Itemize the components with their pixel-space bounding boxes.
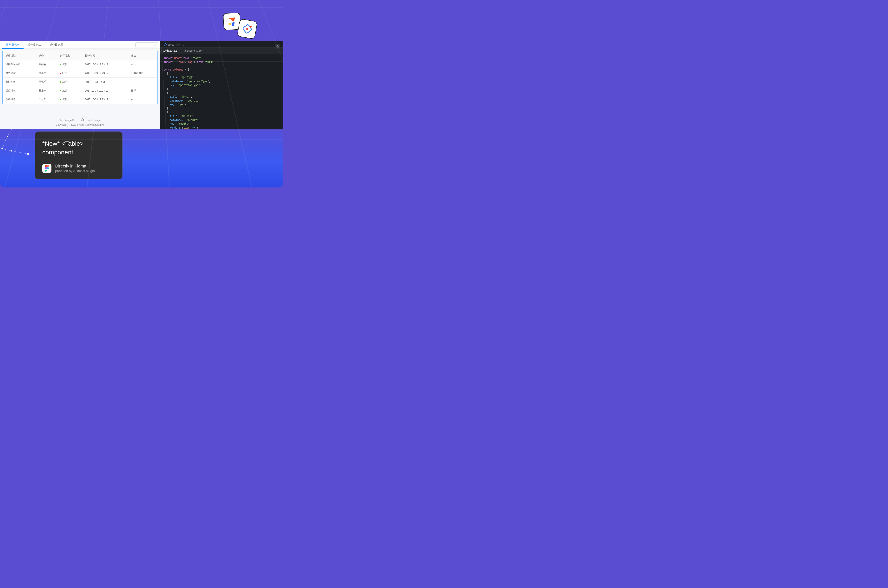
- tab-divider: [77, 41, 77, 48]
- github-link[interactable]: [81, 118, 84, 122]
- cell-type: 财务复审: [3, 69, 36, 78]
- cell-time: 2017-10-03 19:23:12: [82, 86, 128, 95]
- status-dot-icon: [60, 64, 61, 65]
- promo-row: Directly in Figma provided by Anima's pl…: [42, 164, 115, 173]
- promo-title: *New* <Table> component: [42, 139, 115, 157]
- log-table: 操作类型 操作人 执行结果 操作时间 备注 订购关系生效曲丽丽成功2017-10…: [3, 51, 158, 104]
- cell-note: –: [128, 60, 157, 69]
- cell-result: 成功: [57, 86, 82, 95]
- copyright-prefix: Copyright: [56, 123, 66, 126]
- svg-point-1: [165, 45, 166, 45]
- col-operator: 操作人: [36, 51, 57, 60]
- svg-point-12: [27, 153, 29, 155]
- search-input[interactable]: [137, 44, 154, 46]
- floating-icon-cards: [223, 13, 265, 44]
- status-dot-icon: [60, 73, 61, 74]
- promo-subtitle: Directly in Figma provided by Anima's pl…: [55, 164, 95, 173]
- svg-line-5: [2, 136, 7, 149]
- editor-tab-themeprovider[interactable]: ThemeProvider: [180, 48, 206, 54]
- anima-card: [223, 12, 241, 30]
- col-note: 备注: [128, 51, 157, 60]
- search-icon: [154, 44, 156, 46]
- col-time: 操作时间: [82, 51, 128, 60]
- cell-operator: 汗牙牙: [36, 95, 57, 104]
- svg-point-13: [47, 167, 49, 170]
- table-row[interactable]: 部门初审周毛毛成功2017-10-03 19:23:12–: [3, 78, 157, 86]
- cell-note: –: [128, 95, 157, 104]
- tab-log-1[interactable]: 操作日志一: [2, 41, 24, 49]
- status-dot-icon: [60, 90, 61, 92]
- cell-time: 2017-10-03 19:23:12: [82, 60, 128, 69]
- antd-pro-panel: 操作日志一 操作日志二 操作日志三 操作类型 操作人 执行结果 操作时间 备注 …: [0, 41, 160, 129]
- cell-result: 驳回: [57, 69, 82, 78]
- code-editor-panel: AntD.jsx ⌄ index.jsx ThemeProvider impor…: [160, 41, 283, 129]
- anima-icon: [227, 16, 237, 27]
- antd-logo-icon: [164, 43, 167, 46]
- status-dot-icon: [60, 81, 61, 82]
- table-row[interactable]: 订购关系生效曲丽丽成功2017-10-03 19:23:12–: [3, 60, 157, 69]
- svg-rect-16: [243, 24, 252, 34]
- code-area[interactable]: import React from "react"; import { Tabl…: [160, 54, 283, 129]
- cell-note: –: [128, 78, 157, 86]
- table-row[interactable]: 提交订单林东东成功2017-10-03 19:23:12很棒: [3, 86, 157, 95]
- editor-tab-index[interactable]: index.jsx: [160, 48, 180, 54]
- cell-time: 2017-10-03 19:23:12: [82, 95, 128, 104]
- editor-tabs: index.jsx ThemeProvider: [160, 48, 283, 54]
- copy-icon: [276, 45, 279, 48]
- copyright-icon: c: [67, 124, 70, 127]
- cell-operator: 林东东: [36, 86, 57, 95]
- copyright-year: 2020: [71, 123, 76, 126]
- table-header-row: 操作类型 操作人 执行结果 操作时间 备注: [3, 51, 157, 60]
- cell-type: 部门初审: [3, 78, 36, 86]
- promo-card: *New* <Table> component Directly in Figm…: [35, 132, 122, 179]
- cell-note: 不通过原因: [128, 69, 157, 78]
- svg-point-10: [2, 148, 3, 149]
- cell-time: 2017-10-03 19:23:12: [82, 78, 128, 86]
- selection-underline: [0, 129, 160, 129]
- cell-type: 提交订单: [3, 86, 36, 95]
- editor-filename: AntD.jsx: [168, 43, 181, 46]
- cell-result: 成功: [57, 95, 82, 104]
- figma-icon: [42, 164, 51, 173]
- cell-operator: 曲丽丽: [36, 60, 57, 69]
- cell-type: 创建订单: [3, 95, 36, 104]
- log-tabs-bar: 操作日志一 操作日志二 操作日志三: [0, 41, 160, 49]
- promo-sub-line1: Directly in Figma: [55, 164, 95, 168]
- svg-line-6: [2, 149, 12, 151]
- copyright-text: 蚂蚁金服体验技术部出品: [77, 123, 104, 126]
- chevron-down-icon[interactable]: ⌄: [183, 44, 184, 46]
- svg-point-9: [7, 136, 8, 137]
- svg-point-14: [228, 22, 232, 26]
- editor-titlebar: AntD.jsx ⌄: [160, 41, 283, 48]
- promo-sub-line2: provided by Anima's plugin: [55, 169, 95, 173]
- col-result: 执行结果: [57, 51, 82, 60]
- svg-point-17: [246, 28, 248, 30]
- github-icon: [81, 118, 84, 121]
- table-row[interactable]: 创建订单汗牙牙成功2017-10-03 19:23:12–: [3, 95, 157, 104]
- tab-log-2[interactable]: 操作日志二: [24, 41, 45, 49]
- status-dot-icon: [60, 99, 61, 100]
- tab-log-3[interactable]: 操作日志三: [45, 41, 67, 49]
- col-type: 操作类型: [3, 51, 36, 60]
- antd-card: [237, 18, 258, 39]
- cell-type: 订购关系生效: [3, 60, 36, 69]
- cell-result: 成功: [57, 60, 82, 69]
- svg-rect-18: [249, 26, 252, 28]
- footer-links: Ant Design Pro Ant Design: [0, 116, 160, 123]
- svg-point-11: [11, 150, 12, 152]
- cell-operator: 周毛毛: [36, 78, 57, 86]
- copy-button[interactable]: [275, 44, 280, 49]
- table-row[interactable]: 财务复审付小小驳回2017-10-03 19:23:12不通过原因: [3, 69, 157, 78]
- antd-icon: [241, 22, 253, 35]
- search-box[interactable]: [135, 42, 158, 48]
- footer-link-antd-pro[interactable]: Ant Design Pro: [59, 119, 76, 122]
- cell-result: 成功: [57, 78, 82, 86]
- svg-line-7: [12, 151, 28, 154]
- cell-operator: 付小小: [36, 69, 57, 78]
- footer-link-antd[interactable]: Ant Design: [88, 119, 101, 122]
- cell-note: 很棒: [128, 86, 157, 95]
- cell-time: 2017-10-03 19:23:12: [82, 69, 128, 78]
- copyright: Copyright c 2020 蚂蚁金服体验技术部出品: [0, 123, 160, 129]
- svg-rect-15: [232, 22, 235, 26]
